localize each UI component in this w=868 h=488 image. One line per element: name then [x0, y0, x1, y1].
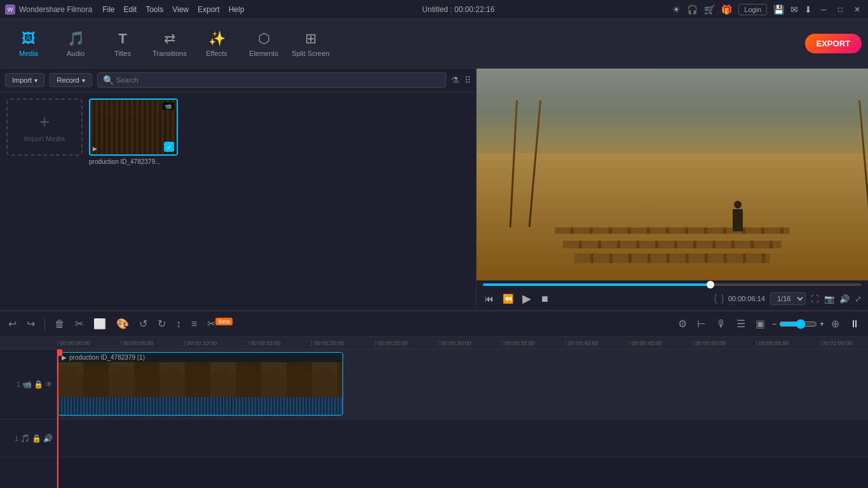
media-clip-item[interactable]: 📹 ✓ ▶ production ID_4782379...: [89, 98, 178, 165]
timeline-area: ↩ ↪ 🗑 ✂ ⬜ 🎨 ↺ ↻ ↕ ≡ ✂Beta ⚙ ⊢ 🎙 ☰ ▣ − + …: [0, 310, 868, 488]
track-lock-icon[interactable]: 🔒: [34, 380, 43, 389]
progress-bar[interactable]: [483, 283, 862, 286]
voiceover-button[interactable]: 🎙: [713, 316, 729, 332]
menu-bar: File Edit Tools View Export Help: [102, 5, 244, 14]
titlebar-right: ☀ 🎧 🛒 🎁 Login 💾 ✉ ⬇ ─ □ ✕: [672, 4, 863, 15]
progress-handle[interactable]: [707, 281, 714, 288]
volume-icon[interactable]: 🔊: [839, 294, 850, 304]
menu-file[interactable]: File: [102, 5, 114, 14]
menu-tools[interactable]: Tools: [146, 5, 163, 14]
maximize-button[interactable]: □: [836, 5, 845, 14]
cart-icon[interactable]: 🛒: [704, 4, 715, 15]
playhead[interactable]: [57, 349, 58, 488]
delete-button[interactable]: 🗑: [51, 316, 68, 332]
ai-cutout-btn[interactable]: ✂Beta: [204, 316, 236, 332]
timeline-tracks: 1 📹 🔒 👁 1 🎵 🔒 🔊: [0, 349, 868, 488]
toolbar-elements-label: Elements: [249, 50, 278, 57]
zoom-plus-icon[interactable]: +: [820, 320, 824, 329]
speed-button[interactable]: ↕: [173, 316, 184, 332]
redo-button[interactable]: ↪: [24, 316, 38, 332]
video-clip[interactable]: ▶ production ID_4782379 (1): [57, 352, 343, 416]
ruler-marks: 00:00:00:0000:00:05:0000:00:10:0000:00:1…: [57, 340, 868, 346]
menu-export[interactable]: Export: [198, 5, 220, 14]
video-track: ▶ production ID_4782379 (1): [57, 349, 868, 419]
login-button[interactable]: Login: [738, 4, 767, 15]
toolbar-titles[interactable]: T Titles: [100, 25, 145, 63]
track-num: 1: [17, 381, 20, 388]
crop-button[interactable]: ⬜: [90, 316, 109, 332]
track-video-icon: 📹: [22, 380, 32, 389]
add-track-button[interactable]: ⊕: [828, 316, 843, 332]
audio-btn[interactable]: ≡: [188, 316, 200, 332]
audio-volume-icon[interactable]: 🔊: [43, 434, 53, 443]
play-button[interactable]: ▶: [520, 290, 533, 308]
ruler-mark: 00:00:40:00: [566, 340, 629, 346]
menu-edit[interactable]: Edit: [124, 5, 137, 14]
sun-icon[interactable]: ☀: [672, 4, 681, 15]
minimize-button[interactable]: ─: [818, 5, 829, 14]
toolbar-transitions[interactable]: ⇄ Transitions: [147, 25, 192, 63]
subtitle-button[interactable]: ☰: [733, 316, 749, 332]
frame-back-button[interactable]: ⏪: [501, 292, 515, 306]
search-input[interactable]: [116, 76, 440, 84]
time-start-marker[interactable]: {: [714, 293, 717, 304]
toolbar-audio[interactable]: 🎵 Audio: [53, 25, 98, 63]
menu-view[interactable]: View: [172, 5, 189, 14]
titlebar: W Wondershare Filmora File Edit Tools Vi…: [0, 0, 868, 19]
media-panel: Import Record 🔍 ⚗ ⠿ + Import Media 📹 ✓ ▶: [0, 69, 477, 310]
stop-button[interactable]: ⏹: [538, 292, 551, 306]
fullscreen-icon[interactable]: ⛶: [811, 294, 819, 304]
app-name: Wondershare Filmora: [19, 5, 92, 14]
settings-icon[interactable]: ⚙: [675, 316, 690, 332]
cut-button[interactable]: ✂: [72, 316, 86, 332]
undo-button[interactable]: ↩: [5, 316, 20, 332]
close-button[interactable]: ✕: [851, 5, 863, 14]
menu-help[interactable]: Help: [229, 5, 245, 14]
ruler-mark: 00:00:50:00: [693, 340, 756, 346]
record-dropdown[interactable]: Record: [50, 73, 92, 87]
mail-icon[interactable]: ✉: [790, 4, 798, 15]
split-button[interactable]: ⊢: [694, 316, 709, 332]
video-preview: [477, 69, 868, 280]
toolbar-split-screen[interactable]: ⊞ Split Screen: [288, 25, 333, 63]
transform-button[interactable]: ↺: [136, 316, 151, 332]
timeline-right: ⚙ ⊢ 🎙 ☰ ▣ − + ⊕ ⏸: [675, 316, 863, 332]
ruler-mark: 00:00:15:00: [248, 340, 311, 346]
scene-detect-button[interactable]: ▣: [752, 316, 768, 332]
beta-badge: Beta: [215, 318, 233, 325]
toolbar-media[interactable]: 🖼 Media: [6, 25, 51, 63]
snapshot-icon[interactable]: 📷: [824, 294, 834, 304]
ruler-mark: 00:00:10:00: [184, 340, 248, 346]
toolbar-effects-label: Effects: [206, 50, 227, 57]
time-end-marker[interactable]: }: [721, 293, 724, 304]
toolbar-elements[interactable]: ⬡ Elements: [241, 25, 286, 63]
ruler-mark: 00:00:05:00: [121, 340, 184, 346]
expand-icon[interactable]: ⤢: [855, 294, 862, 304]
playhead-handle[interactable]: [57, 349, 62, 356]
track-eye-icon[interactable]: 👁: [45, 380, 53, 389]
import-media-placeholder[interactable]: + Import Media: [6, 98, 83, 156]
export-button[interactable]: EXPORT: [805, 34, 862, 53]
zoom-minus-icon[interactable]: −: [772, 320, 776, 329]
zoom-select[interactable]: 1/16 1/8 1/4 1/2 1/1: [770, 292, 806, 305]
flip-button[interactable]: ↻: [154, 316, 169, 332]
media-toolbar: Import Record 🔍 ⚗ ⠿: [0, 69, 476, 92]
headphone-icon[interactable]: 🎧: [687, 4, 698, 15]
titlebar-left: W Wondershare Filmora File Edit Tools Vi…: [5, 4, 244, 15]
clip-header: ▶ production ID_4782379 (1): [58, 353, 342, 362]
gift-icon[interactable]: 🎁: [721, 4, 732, 15]
grid-view-icon[interactable]: ⠿: [465, 75, 471, 85]
pause-indicator[interactable]: ⏸: [846, 316, 863, 332]
clip-label: production ID_4782379 (1): [69, 354, 145, 361]
toolbar-effects[interactable]: ✨ Effects: [194, 25, 239, 63]
zoom-range[interactable]: [779, 319, 817, 329]
download-icon[interactable]: ⬇: [804, 4, 812, 15]
import-dropdown[interactable]: Import: [5, 73, 44, 87]
zoom-slider: − +: [772, 319, 824, 329]
filter-icon[interactable]: ⚗: [451, 75, 459, 85]
step-back-button[interactable]: ⏮: [483, 292, 496, 306]
color-button[interactable]: 🎨: [113, 316, 132, 332]
audio-lock-icon[interactable]: 🔒: [32, 434, 41, 443]
save-icon[interactable]: 💾: [773, 4, 784, 15]
media-icon: 🖼: [22, 30, 36, 47]
